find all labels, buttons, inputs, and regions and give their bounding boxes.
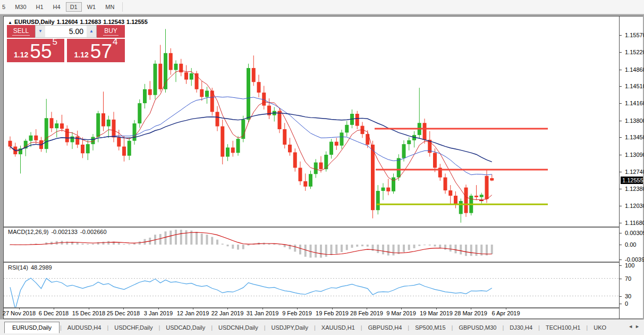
date-label: 3 Jan 2019 [144, 310, 173, 316]
rsi-indicator-label: RSI(14)48.2989 [8, 264, 55, 271]
date-tick-mark [158, 308, 159, 309]
axis-tick-mark [620, 259, 622, 260]
tab-separator: | [314, 324, 316, 331]
chart-tab-uko[interactable]: UKO [588, 322, 612, 333]
tab-separator: | [211, 324, 213, 331]
rsi-name: RSI(14) [8, 264, 28, 271]
date-tick-mark [436, 308, 437, 309]
rsi-axis-label: 70 [625, 275, 631, 282]
chart-window: ▲EURUSD,Daily1.126041.126831.125431.1255… [3, 16, 643, 319]
volume-decrease-button[interactable]: ▼ [36, 26, 45, 37]
date-label: 9 Mar 2019 [386, 310, 416, 316]
date-axis[interactable]: 27 Nov 20186 Dec 201815 Dec 201825 Dec 2… [4, 308, 619, 319]
date-tick-mark [262, 308, 263, 309]
volume-spinner: ▼ ▲ [35, 25, 97, 38]
macd-value-main: -0.002133 [51, 229, 78, 235]
price-tick-label: 1.15570 [625, 32, 644, 38]
chart-tab-audusd[interactable]: AUDUSD,H4 [62, 322, 107, 333]
sell-button-label: SELL [12, 27, 30, 36]
chart-tab-xauusd[interactable]: XAUUSD,H1 [316, 322, 360, 333]
axis-tick-mark [620, 103, 622, 104]
chart-tab-bar: EURUSD,Daily|AUDUSD,H4|USDCHF,Daily|USDC… [0, 319, 644, 335]
macd-axis-label: 0.003095 [625, 230, 644, 236]
tab-separator: | [538, 324, 540, 331]
date-tick-mark [297, 308, 298, 309]
macd-axis-label: 0.00 [625, 241, 636, 248]
price-tick-label: 1.14860 [625, 66, 644, 73]
axis-tick-mark [620, 265, 622, 266]
tab-separator: | [452, 324, 453, 331]
rsi-axis-label: 30 [625, 293, 631, 299]
timeframe-button-m30[interactable]: M30 [11, 2, 30, 12]
date-label: 6 Apr 2019 [492, 310, 520, 316]
axis-tick-mark [620, 304, 622, 304]
rsi-axis-label: 100 [625, 262, 634, 269]
chart-tab-usdchf[interactable]: USDCHF,Daily [109, 322, 158, 333]
sell-price-prefix: 1.12 [14, 49, 28, 60]
chart-tab-sp500[interactable]: SP500,M15 [410, 322, 451, 333]
rsi-panel-chart[interactable] [4, 263, 619, 307]
date-tick-mark [401, 308, 402, 309]
price-tick-label: 1.13800 [625, 118, 644, 124]
buy-price-main: 57 [90, 43, 112, 60]
macd-name: MACD(12,26,9) [8, 229, 48, 235]
axis-tick-mark [620, 70, 622, 70]
date-tick-mark [367, 308, 367, 309]
price-tick-label: 1.12030 [625, 203, 644, 209]
date-tick-mark [471, 308, 471, 309]
timeframe-button-w1[interactable]: W1 [83, 2, 100, 12]
axis-tick-mark [620, 155, 622, 155]
date-label: 12 Jan 2019 [177, 310, 209, 316]
sell-button[interactable]: SELL [7, 25, 35, 38]
timeframe-button-5[interactable]: 5 [0, 2, 10, 12]
date-label: 19 Feb 2019 [316, 310, 349, 316]
date-tick-mark [193, 308, 193, 309]
sell-price-box[interactable]: 1.12 55 5 [7, 39, 64, 62]
price-tick-label: 1.13090 [625, 152, 644, 158]
chart-tab-usdcad[interactable]: USDCAD,Daily [160, 322, 210, 333]
axis-tick-mark [620, 245, 622, 245]
volume-input[interactable] [45, 26, 87, 37]
axis-tick-mark [620, 172, 622, 172]
date-tick-mark [506, 308, 506, 309]
date-tick-mark [19, 308, 20, 309]
chart-tab-gbpusd[interactable]: GBPUSD,M30 [453, 322, 502, 333]
date-tick-mark [332, 308, 333, 309]
buy-button[interactable]: BUY [97, 25, 125, 38]
chart-tab-gbpusd[interactable]: GBPUSD,H4 [363, 322, 408, 333]
timeframe-button-h1[interactable]: H1 [32, 2, 48, 12]
date-label: 28 Feb 2019 [350, 310, 383, 316]
chart-tab-dj30[interactable]: DJ30,H4 [504, 322, 538, 333]
date-label: 27 Nov 2018 [3, 310, 36, 316]
price-axis[interactable]: 1.155701.152201.148601.145101.141601.138… [619, 16, 643, 319]
date-label: 6 Dec 2018 [39, 310, 69, 316]
axis-tick-mark [620, 52, 622, 53]
axis-tick-mark [620, 121, 622, 121]
toolbar-separator [122, 2, 123, 12]
tab-separator: | [408, 324, 409, 331]
price-tick-label: 1.15220 [625, 49, 644, 55]
axis-tick-mark [620, 206, 622, 206]
date-label: 15 Dec 2018 [72, 310, 105, 316]
price-tick-label: 1.12740 [625, 169, 644, 175]
timeframe-button-d1[interactable]: D1 [66, 2, 82, 12]
tab-separator: | [502, 324, 504, 331]
timeframe-button-h4[interactable]: H4 [49, 2, 65, 12]
buy-price-box[interactable]: 1.12 57 4 [67, 39, 125, 62]
chart-tab-usdjpy[interactable]: USDJPY,Daily [266, 322, 314, 333]
chart-tab-usdcnh[interactable]: USDCNH,Daily [213, 322, 264, 333]
axis-tick-mark [620, 233, 622, 233]
rsi-axis-label: 0 [625, 300, 628, 307]
rsi-value: 48.2989 [31, 264, 52, 271]
chart-tab-tech100[interactable]: TECH100,H1 [540, 322, 586, 333]
tab-separator: | [586, 324, 588, 331]
tab-scroll-arrows[interactable]: ◄► [628, 324, 642, 329]
chart-tab-eurusd[interactable]: EURUSD,Daily [4, 322, 60, 333]
date-label: 25 Dec 2018 [107, 310, 140, 316]
price-tick-label: 1.11680 [625, 220, 644, 226]
buy-price-pip: 4 [113, 31, 117, 53]
volume-increase-button[interactable]: ▲ [87, 26, 96, 37]
tab-separator: | [107, 324, 108, 331]
date-tick-mark [227, 308, 228, 309]
timeframe-button-mn[interactable]: MN [101, 2, 118, 12]
